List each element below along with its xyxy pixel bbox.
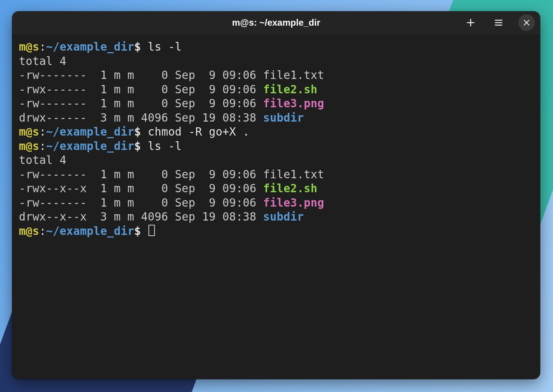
prompt-symbol: $ <box>134 125 148 138</box>
ls-filename: file2.sh <box>263 83 318 96</box>
ls-filename: file1.txt <box>263 69 324 82</box>
ls-meta: -rw------- 1 m m 0 Sep 9 09:06 <box>19 97 263 110</box>
ls-filename: subdir <box>263 111 304 124</box>
prompt-userhost: m@s <box>19 140 39 153</box>
titlebar-controls <box>462 11 535 34</box>
close-button[interactable] <box>518 14 535 31</box>
plus-icon <box>466 18 476 28</box>
ls-meta: -rwx--x--x 1 m m 0 Sep 9 09:06 <box>19 182 263 195</box>
prompt-symbol: $ <box>134 140 148 153</box>
ls-row: drwx--x--x 3 m m 4096 Sep 19 08:38 subdi… <box>19 210 533 224</box>
desktop-wallpaper: m@s: ~/example_dir m@s:~/example_dir$ ls… <box>0 0 553 392</box>
output-total: total 4 <box>19 54 533 69</box>
ls-meta: -rw------- 1 m m 0 Sep 9 09:06 <box>19 69 263 82</box>
command-line: m@s:~/example_dir$ <box>19 224 533 239</box>
ls-row: -rw------- 1 m m 0 Sep 9 09:06 file3.png <box>19 97 533 111</box>
ls-meta: -rwx------ 1 m m 0 Sep 9 09:06 <box>19 83 263 96</box>
menu-button[interactable] <box>490 14 507 31</box>
ls-meta: -rw------- 1 m m 0 Sep 9 09:06 <box>19 168 263 181</box>
prompt-sep: : <box>39 125 46 138</box>
ls-row: -rw------- 1 m m 0 Sep 9 09:06 file1.txt <box>19 168 533 182</box>
command-text: ls -l <box>148 140 182 153</box>
output-total: total 4 <box>19 153 533 168</box>
ls-row: -rw------- 1 m m 0 Sep 9 09:06 file1.txt <box>19 68 533 83</box>
ls-filename: file1.txt <box>263 168 324 181</box>
command-line: m@s:~/example_dir$ ls -l <box>19 40 533 54</box>
ls-filename: file2.sh <box>263 182 318 195</box>
prompt-cwd: ~/example_dir <box>46 125 134 138</box>
prompt-userhost: m@s <box>19 225 39 238</box>
ls-filename: file3.png <box>263 97 324 110</box>
ls-meta: drwx--x--x 3 m m 4096 Sep 19 08:38 <box>19 210 263 223</box>
terminal-output-area[interactable]: m@s:~/example_dir$ ls -ltotal 4-rw------… <box>12 34 540 379</box>
cursor <box>148 225 155 236</box>
window-title: m@s: ~/example_dir <box>12 17 540 28</box>
prompt-userhost: m@s <box>19 40 39 53</box>
prompt-sep: : <box>39 225 46 238</box>
prompt-cwd: ~/example_dir <box>46 225 134 238</box>
prompt-userhost: m@s <box>19 125 39 138</box>
prompt-sep: : <box>39 140 46 153</box>
ls-meta: -rw------- 1 m m 0 Sep 9 09:06 <box>19 196 263 209</box>
prompt-symbol: $ <box>134 225 148 238</box>
ls-row: -rwx--x--x 1 m m 0 Sep 9 09:06 file2.sh <box>19 182 533 196</box>
new-tab-button[interactable] <box>462 14 479 31</box>
ls-filename: file3.png <box>263 196 324 209</box>
command-line: m@s:~/example_dir$ chmod -R go+X . <box>19 125 533 139</box>
ls-row: -rwx------ 1 m m 0 Sep 9 09:06 file2.sh <box>19 83 533 97</box>
close-icon <box>522 19 531 27</box>
command-text: chmod -R go+X . <box>148 125 249 138</box>
prompt-cwd: ~/example_dir <box>46 40 134 53</box>
command-line: m@s:~/example_dir$ ls -l <box>19 139 533 154</box>
ls-row: -rw------- 1 m m 0 Sep 9 09:06 file3.png <box>19 196 533 210</box>
prompt-sep: : <box>39 40 46 53</box>
command-text: ls -l <box>148 40 182 53</box>
ls-filename: subdir <box>263 210 304 223</box>
prompt-symbol: $ <box>134 40 148 53</box>
ls-row: drwx------ 3 m m 4096 Sep 19 08:38 subdi… <box>19 111 533 125</box>
ls-meta: drwx------ 3 m m 4096 Sep 19 08:38 <box>19 111 263 124</box>
hamburger-icon <box>494 18 504 28</box>
terminal-window: m@s: ~/example_dir m@s:~/example_dir$ ls… <box>12 11 540 379</box>
prompt-cwd: ~/example_dir <box>46 140 134 153</box>
titlebar[interactable]: m@s: ~/example_dir <box>12 11 540 34</box>
